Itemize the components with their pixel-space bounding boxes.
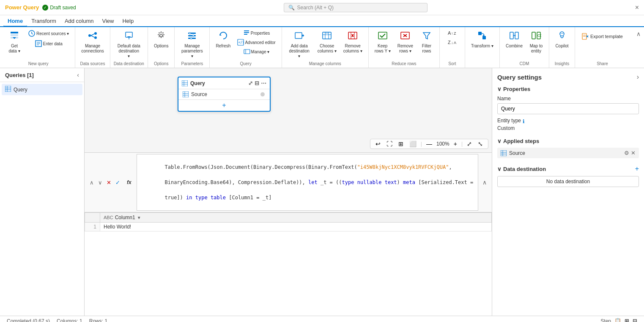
no-data-dest-button[interactable]: No data destination [497,176,639,187]
manage-params-label: Manageparameters ▾ [181,44,203,59]
svg-rect-86 [501,150,507,156]
col1-dropdown-icon[interactable]: ▼ [137,215,141,220]
close-button[interactable]: × [635,4,639,11]
copilot-label: Copilot [555,44,568,49]
data-dest-add-button[interactable]: + [635,165,639,173]
formula-cross-button[interactable]: ✕ [105,179,113,187]
sort-za-button[interactable]: Z↓A [445,38,459,47]
col1-header[interactable]: ABC Column1 ▼ [100,213,492,223]
svg-rect-78 [182,80,188,86]
menu-item-home[interactable]: Home [3,16,27,27]
status-bar: Completed (0.67 s) Columns: 1 Rows: 1 St… [0,316,644,322]
expand2-button[interactable]: ⤢ [465,140,474,147]
remove-columns-button[interactable]: Removecolumns ▾ [341,29,365,55]
menu-item-help[interactable]: Help [118,16,138,26]
status-grid-icon[interactable]: ⊞ [625,318,629,322]
applied-steps-item[interactable]: Source ⚙ ✕ [497,148,639,158]
ribbon-collapse-button[interactable]: ∧ [635,29,642,39]
remove-rows-button[interactable]: Removerows ▾ [395,29,416,55]
right-panel-collapse-button[interactable]: › [637,73,639,81]
combine-button[interactable]: Combine [503,29,525,50]
fit-button[interactable]: ⊞ [397,140,405,147]
map-to-entity-button[interactable]: CDM Map toentity [527,29,545,55]
export-template-button[interactable]: Export template [578,31,626,41]
right-panel-header: Query settings › [497,73,639,81]
manage-connections-button[interactable]: Manageconnections [79,29,106,55]
query-box-step-left: Source [183,91,207,97]
default-data-dest-icon [124,30,134,42]
name-field-input[interactable] [497,103,639,114]
zoom-out-button[interactable]: — [425,140,434,147]
choose-columns-button[interactable]: Choosecolumns ▾ [315,29,339,55]
svg-rect-63 [532,32,535,39]
zoom-in-button[interactable]: + [452,140,459,147]
keep-rows-button[interactable]: Keeprows Y ▾ [372,29,393,55]
entity-type-info-icon[interactable]: ℹ [523,118,525,124]
get-data-button[interactable]: Getdata ▾ [5,29,24,55]
applied-steps-header[interactable]: ∨ Applied steps [497,138,639,144]
menu-item-view[interactable]: View [98,16,118,26]
query-box-add[interactable]: + [178,99,270,111]
formula-input[interactable]: Table.FromRows(Json.Document(Binary.Deco… [137,154,478,211]
formula-nav-up[interactable]: ∧ [88,179,96,187]
recent-sources-label: Recent sources ▾ [36,31,69,36]
query-box-more-icon[interactable]: ⋯ [261,80,266,86]
enter-data-label: Enter data [43,41,63,46]
formula-expand-button[interactable]: ∧ [481,178,488,187]
applied-step-gear-button[interactable]: ⚙ [624,150,629,156]
status-copy-icon[interactable]: 📋 [614,318,621,322]
query-box-grid-icon[interactable]: ⊟ [255,80,259,86]
status-info: Completed (0.67 s) Columns: 1 Rows: 1 [7,318,107,322]
zoom-controls: ↩ ⛶ ⊞ ⬜ | — 100% + | ⤢ ⤡ [370,139,488,149]
search-icon: 🔍 [288,5,295,11]
recent-sources-button[interactable]: Recent sources ▾ [25,29,71,38]
query-box-header-icons[interactable]: ⤢ ⊟ ⋯ [248,80,266,86]
options-button[interactable]: Options [151,29,171,50]
manage-button[interactable]: Manage ▾ [235,47,278,56]
advanced-editor-label: Advanced editor [245,40,275,45]
undo-button[interactable]: ↩ [374,140,382,147]
refresh-label: Refresh [216,44,230,49]
copilot-button[interactable]: Copilot [553,29,571,50]
properties-button[interactable]: Properties [235,29,278,37]
expand-fit-button[interactable]: ⛶ [385,140,394,147]
export-template-label: Export template [590,34,623,39]
transform-button[interactable]: Transform ▾ [469,29,496,50]
add-data-dest-button[interactable]: Add datadestination ▾ [285,29,313,61]
menu-item-transform[interactable]: Transform [27,16,60,26]
ribbon-buttons-cdm: Combine CDM Map toentity [503,29,545,61]
contract-button[interactable]: ⤡ [476,140,485,147]
status-compact-icon[interactable]: ⊟ [633,318,637,322]
ribbon-group-reduce-rows: Keeprows Y ▾ Removerows ▾ Filterrows Red… [369,27,440,68]
map-to-entity-icon: CDM [531,30,541,42]
ribbon: Getdata ▾ Recent sources ▾ Enter data Ne [0,27,644,68]
sort-az-button[interactable]: A↑Z [445,29,459,37]
ribbon-group-new-query: Getdata ▾ Recent sources ▾ Enter data Ne [2,27,75,68]
query-item[interactable]: Query [2,84,82,95]
search-placeholder: Search (Alt + Q) [297,5,334,11]
applied-step-delete-button[interactable]: ✕ [631,150,636,156]
svg-rect-26 [244,32,249,33]
filter-rows-button[interactable]: Filterrows [417,29,436,55]
queries-collapse-button[interactable]: ‹ [77,72,79,78]
query-box-expand-icon[interactable]: ⤢ [248,80,253,86]
svg-point-23 [190,38,192,39]
formula-bar: ∧ ∨ ✕ ✓ fx Table.FromRows(Json.Document(… [85,153,492,212]
status-right: Step 📋 ⊞ ⊟ [600,318,637,322]
default-data-dest-button[interactable]: Default datadestination ▾ [115,29,143,61]
query-box-step[interactable]: Source [178,89,270,99]
ribbon-group-query: Refresh Properties </> Advanced editor [210,27,282,68]
columns-view-button[interactable]: ⬜ [408,140,418,147]
properties-section-header[interactable]: ∨ Properties [497,86,639,92]
search-bar[interactable]: 🔍 Search (Alt + Q) [284,3,428,12]
advanced-editor-button[interactable]: </> Advanced editor [235,38,278,47]
manage-params-button[interactable]: Manageparameters ▾ [178,29,206,61]
draft-label: Draft saved [50,5,76,11]
options-icon [156,30,166,42]
enter-data-button[interactable]: Enter data [25,39,71,48]
formula-check-button[interactable]: ✓ [114,179,122,187]
formula-nav-down[interactable]: ∨ [96,179,104,187]
refresh-button[interactable]: Refresh [213,29,233,50]
menu-item-add-column[interactable]: Add column [60,16,98,26]
ribbon-group-label-data-sources: Data sources [80,61,105,66]
